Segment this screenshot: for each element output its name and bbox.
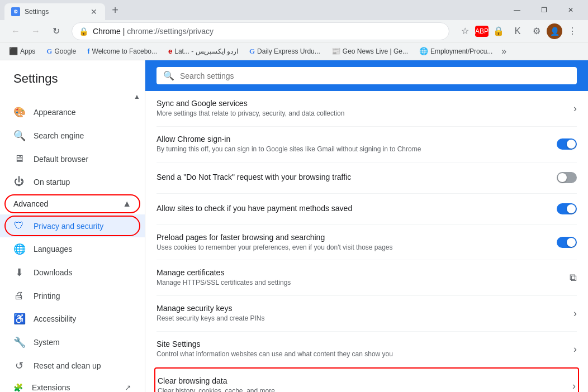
keys-arrow-icon: › — [573, 308, 577, 319]
bookmark-star-button[interactable]: ☆ — [456, 22, 474, 40]
new-tab-button[interactable]: + — [107, 2, 123, 18]
sidebar-item-extensions[interactable]: 🧩 Extensions ↗ — [0, 377, 145, 392]
tab-favicon: ⚙ — [11, 7, 20, 16]
tab-close-button[interactable]: ✕ — [89, 7, 98, 16]
sidebar-item-system[interactable]: 🔧 System — [0, 331, 145, 354]
extension-icon3[interactable]: K — [509, 22, 527, 40]
tab-strip: ⚙ Settings ✕ + — [0, 0, 500, 20]
setting-sync-content: Sync and Google services More settings t… — [157, 99, 565, 118]
bookmark-apps[interactable]: ⬛ Apps — [4, 46, 40, 56]
do-not-track-toggle[interactable] — [557, 172, 577, 183]
express-icon: e — [168, 47, 172, 55]
extension-icon1[interactable]: ABP — [475, 26, 489, 37]
setting-manage-certificates[interactable]: Manage certificates Manage HTTPS/SSL cer… — [157, 260, 577, 296]
profile-button[interactable]: 👤 — [547, 23, 562, 39]
setting-do-not-track[interactable]: Send a "Do Not Track" request with your … — [157, 162, 577, 194]
setting-clear-browsing-data[interactable]: Clear browsing data Clear history, cooki… — [154, 367, 579, 392]
search-input[interactable] — [180, 71, 570, 80]
sidebar-item-default-browser[interactable]: 🖥 Default browser — [0, 147, 145, 170]
address-bar[interactable]: 🔒 Chrome | chrome://settings/privacy — [72, 22, 449, 40]
bookmarks-more-button[interactable]: » — [499, 45, 509, 58]
bookmark-google[interactable]: G Google — [42, 46, 80, 57]
setting-site-settings[interactable]: Site Settings Control what information w… — [157, 332, 577, 367]
setting-sync-title: Sync and Google services — [157, 99, 565, 108]
setting-allow-chrome-signin[interactable]: Allow Chrome sign-in By turning this off… — [157, 127, 577, 162]
sidebar-item-on-startup[interactable]: ⏻ On startup — [0, 170, 145, 193]
setting-preload-desc: Uses cookies to remember your preference… — [157, 243, 548, 252]
setting-keys-action: › — [573, 308, 577, 319]
sidebar-item-search-engine[interactable]: 🔍 Search engine — [0, 124, 145, 147]
chrome-signin-toggle-knob — [567, 140, 576, 149]
sidebar-item-accessibility[interactable]: ♿ Accessibility — [0, 307, 145, 331]
setting-payment-action[interactable] — [557, 203, 577, 214]
sidebar: Settings ▲ 🎨 Appearance 🔍 Search engine … — [0, 60, 145, 392]
content-area: 🔍 Sync and Google services More settings… — [145, 60, 588, 392]
minimize-button[interactable]: — — [504, 0, 530, 20]
sidebar-item-downloads[interactable]: ⬇ Downloads — [0, 261, 145, 284]
setting-site-action: › — [573, 343, 577, 355]
setting-keys-title: Manage security keys — [157, 304, 565, 313]
bookmark-daily-express[interactable]: G Daily Express Urdu... — [245, 46, 325, 57]
settings-tab[interactable]: ⚙ Settings ✕ — [4, 3, 105, 20]
setting-dnt-action[interactable] — [557, 172, 577, 183]
bookmark-facebook-label: Welcome to Facebo... — [92, 47, 158, 55]
appearance-icon: 🎨 — [13, 106, 25, 118]
chrome-signin-toggle[interactable] — [557, 138, 577, 150]
sidebar-title: Settings — [0, 60, 145, 93]
advanced-section-label: Advanced — [13, 199, 48, 208]
setting-manage-security-keys[interactable]: Manage security keys Reset security keys… — [157, 296, 577, 332]
back-button[interactable]: ← — [7, 22, 25, 40]
sidebar-item-printing-label: Printing — [34, 291, 60, 300]
sidebar-item-reset-cleanup[interactable]: ↺ Reset and clean up — [0, 354, 145, 377]
setting-signin-desc: By turning this off, you can sign in to … — [157, 145, 548, 154]
extension-icon2[interactable]: 🔒 — [490, 22, 508, 40]
sidebar-item-appearance[interactable]: 🎨 Appearance — [0, 101, 145, 124]
setting-sync-google-services[interactable]: Sync and Google services More settings t… — [157, 91, 577, 127]
setting-preload-pages[interactable]: Preload pages for faster browsing and se… — [157, 225, 577, 261]
forward-button[interactable]: → — [27, 22, 45, 40]
setting-preload-action[interactable] — [557, 237, 577, 248]
advanced-arrow-icon: ▲ — [122, 199, 131, 209]
bookmark-facebook[interactable]: f Welcome to Facebo... — [83, 46, 162, 56]
setting-sync-action: › — [573, 103, 577, 114]
sync-arrow-icon: › — [573, 103, 577, 114]
sidebar-advanced-section[interactable]: Advanced ▲ — [0, 193, 145, 214]
preload-pages-toggle-knob — [567, 238, 576, 247]
extension-icon4[interactable]: ⚙ — [528, 22, 546, 40]
sidebar-item-search-engine-label: Search engine — [34, 131, 84, 140]
sidebar-item-extensions-label: Extensions — [32, 383, 70, 392]
sidebar-item-languages[interactable]: 🌐 Languages — [0, 237, 145, 261]
setting-clear-title: Clear browsing data — [158, 376, 563, 385]
window-controls: — ❐ ✕ — [500, 0, 588, 20]
payment-methods-toggle[interactable] — [557, 203, 577, 214]
bookmark-employment[interactable]: 🌐 Employment/Procu... — [415, 46, 497, 56]
reset-cleanup-icon: ↺ — [13, 360, 25, 372]
main-layout: Settings ▲ 🎨 Appearance 🔍 Search engine … — [0, 60, 588, 392]
daily-express-icon: G — [249, 47, 255, 56]
accessibility-icon: ♿ — [13, 313, 25, 325]
menu-button[interactable]: ⋮ — [563, 22, 581, 40]
default-browser-icon: 🖥 — [13, 153, 25, 165]
system-icon: 🔧 — [13, 336, 25, 348]
titlebar: ⚙ Settings ✕ + — ❐ ✕ — [0, 0, 588, 20]
certs-external-link-icon: ⧉ — [570, 272, 577, 283]
setting-signin-action[interactable] — [557, 138, 577, 150]
setting-site-desc: Control what information websites can us… — [157, 350, 565, 359]
preload-pages-toggle[interactable] — [557, 237, 577, 248]
on-startup-icon: ⏻ — [13, 176, 25, 188]
setting-payment-methods[interactable]: Allow sites to check if you have payment… — [157, 194, 577, 225]
sidebar-item-printing[interactable]: 🖨 Printing — [0, 284, 145, 307]
setting-preload-content: Preload pages for faster browsing and se… — [157, 233, 548, 252]
bookmark-geo-news[interactable]: 📰 Geo News Live | Ge... — [327, 46, 412, 56]
setting-certs-title: Manage certificates — [157, 268, 561, 277]
close-button[interactable]: ✕ — [558, 0, 584, 20]
search-bar: 🔍 — [145, 60, 588, 91]
refresh-button[interactable]: ↻ — [47, 22, 65, 40]
setting-certs-desc: Manage HTTPS/SSL certificates and settin… — [157, 278, 561, 288]
sidebar-item-system-label: System — [34, 338, 60, 347]
setting-dnt-content: Send a "Do Not Track" request with your … — [157, 173, 548, 183]
privacy-security-icon: 🛡 — [13, 220, 25, 232]
maximize-button[interactable]: ❐ — [531, 0, 557, 20]
sidebar-item-privacy-security[interactable]: 🛡 Privacy and security — [0, 214, 145, 237]
bookmark-express-urdu[interactable]: e Lat... - اردو ایکسپریس — [164, 46, 243, 56]
